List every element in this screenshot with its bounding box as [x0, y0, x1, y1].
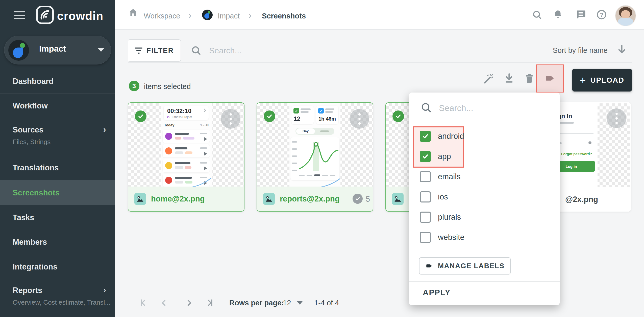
global-search-icon[interactable]	[532, 10, 542, 21]
checkbox-unchecked-icon[interactable]	[420, 171, 431, 182]
label-option-emails[interactable]: emails	[409, 167, 560, 187]
sidebar-item-label: Reports	[13, 286, 42, 295]
sidebar-item-label: Workflow	[13, 101, 48, 110]
sidebar-item-dashboard[interactable]: Dashboard	[0, 69, 115, 93]
search-icon	[191, 45, 202, 57]
pagination-range: 1-4 of 4	[314, 299, 339, 307]
checkbox-checked-icon[interactable]	[420, 151, 431, 162]
thumb-project-text: Fitness Project	[172, 115, 192, 119]
project-selector[interactable]: Impact	[4, 36, 111, 64]
sidebar-item-workflow[interactable]: Workflow	[0, 93, 115, 118]
sidebar-item-integrations[interactable]: Integrations	[0, 254, 115, 279]
help-icon[interactable]: ?	[596, 9, 607, 21]
checkbox-checked-icon[interactable]	[420, 131, 431, 142]
screenshot-card-home[interactable]: 00:32:10 Fitness Project Today See All	[128, 102, 244, 212]
sidebar-item-label: Dashboard	[13, 77, 54, 86]
thumb-today-label: Today	[164, 123, 174, 127]
checkbox-unchecked-icon[interactable]	[420, 212, 431, 223]
filter-icon	[135, 48, 142, 54]
plus-icon: +	[580, 75, 586, 85]
sidebar-item-screenshots[interactable]: Screenshots	[0, 180, 115, 205]
manage-labels-button[interactable]: MANAGE LABELS	[419, 257, 511, 275]
crowdin-logo-icon	[36, 6, 54, 25]
screenshot-filename[interactable]: reports@2x.png	[280, 194, 340, 203]
screenshot-card-reports[interactable]: 12 1h 46m Day	[257, 102, 373, 212]
topbar: Workspace › Impact › Screenshots ?	[115, 0, 644, 30]
apply-button[interactable]: APPLY	[423, 288, 451, 297]
brand-name: crowdin	[57, 9, 103, 23]
sort-direction-arrow-icon[interactable]	[616, 43, 628, 57]
image-file-icon	[392, 193, 404, 205]
label-option-text: app	[438, 152, 451, 161]
label-option-plurals[interactable]: plurals	[409, 207, 560, 227]
sidebar-item-tasks[interactable]: Tasks	[0, 205, 115, 230]
breadcrumb-workspace[interactable]: Workspace	[144, 12, 180, 20]
thumb-forgot-link: Forgot password?	[561, 152, 592, 156]
breadcrumb-project[interactable]: Impact	[218, 12, 240, 20]
sort-control[interactable]: Sort by file name	[551, 46, 608, 55]
breadcrumb-page: Screenshots	[262, 12, 306, 20]
label-option-text: ios	[438, 192, 448, 201]
home-icon[interactable]	[128, 8, 138, 19]
notifications-bell-icon[interactable]	[553, 9, 563, 21]
label-search-input[interactable]	[438, 102, 547, 114]
label-option-text: website	[438, 233, 464, 242]
chevron-right-icon: ›	[103, 285, 106, 295]
card-footer: reports@2x.png 5	[257, 187, 373, 211]
download-icon[interactable]	[502, 71, 517, 86]
rows-per-page-label: Rows per page:	[229, 299, 284, 307]
card-menu-kebab-icon[interactable]	[607, 108, 626, 128]
screenshot-filename[interactable]: @2x.png	[565, 195, 598, 204]
image-file-icon	[134, 193, 146, 205]
screenshots-search-input[interactable]	[209, 45, 385, 56]
checkbox-unchecked-icon[interactable]	[420, 232, 431, 243]
screenshot-filename[interactable]: home@2x.png	[151, 194, 205, 203]
breadcrumb-project-icon	[202, 10, 213, 20]
selected-check-icon[interactable]	[264, 110, 275, 122]
app-screen: crowdin Impact Dashboard Workflow Source…	[0, 0, 644, 317]
sidebar-item-label: Translations	[13, 163, 59, 172]
rows-per-page-value[interactable]: 12	[283, 299, 291, 307]
thumb-signin-title: gn In	[558, 112, 572, 120]
auto-tag-wand-icon[interactable]	[482, 71, 497, 86]
svg-text:?: ?	[600, 12, 603, 18]
hamburger-menu-icon[interactable]	[14, 11, 25, 19]
selected-check-icon[interactable]	[135, 110, 146, 122]
checkbox-unchecked-icon[interactable]	[420, 191, 431, 202]
chevron-right-icon: ›	[188, 10, 191, 21]
pagination-next-icon[interactable]	[184, 298, 194, 309]
sidebar-item-translations[interactable]: Translations	[0, 155, 115, 180]
sidebar: crowdin Impact Dashboard Workflow Source…	[0, 0, 115, 317]
label-option-text: android	[438, 132, 464, 141]
label-option-app[interactable]: app	[409, 146, 560, 167]
sidebar-item-label: Screenshots	[13, 188, 60, 197]
messages-icon[interactable]	[575, 9, 586, 21]
tagged-strings-badge	[353, 194, 363, 204]
sidebar-item-subtitle: Files, Strings	[13, 138, 51, 146]
thumb-timer-text: 00:32:10	[167, 107, 191, 115]
card-menu-kebab-icon[interactable]	[350, 109, 369, 129]
label-option-android[interactable]: android	[409, 126, 560, 146]
selected-count-badge: 3	[129, 81, 139, 91]
upload-button[interactable]: + UPLOAD	[572, 69, 632, 92]
sidebar-item-label: Members	[13, 238, 47, 247]
selected-check-icon[interactable]	[392, 110, 404, 122]
filter-button[interactable]: FILTER	[128, 39, 181, 62]
label-option-ios[interactable]: ios	[409, 187, 560, 207]
pagination-last-icon[interactable]	[205, 298, 215, 309]
search-icon	[420, 102, 432, 115]
rows-per-page-caret-icon[interactable]	[297, 301, 303, 305]
delete-trash-icon[interactable]	[522, 71, 537, 86]
selected-count-label: items selected	[144, 82, 191, 91]
card-menu-kebab-icon[interactable]	[221, 109, 240, 129]
label-option-website[interactable]: website	[409, 227, 560, 247]
chevron-right-icon: ›	[103, 124, 106, 134]
sidebar-item-sources[interactable]: Sources Files, Strings ›	[0, 118, 115, 155]
user-avatar[interactable]	[615, 6, 636, 26]
sidebar-item-reports[interactable]: Reports Overview, Cost estimate, Transl.…	[0, 279, 115, 317]
thumb-stat2-value: 1h 46m	[318, 116, 336, 122]
manage-labels-button-label: MANAGE LABELS	[438, 262, 505, 270]
sidebar-item-members[interactable]: Members	[0, 230, 115, 254]
pagination-prev-icon[interactable]	[159, 298, 169, 309]
pagination-first-icon[interactable]	[138, 298, 148, 309]
